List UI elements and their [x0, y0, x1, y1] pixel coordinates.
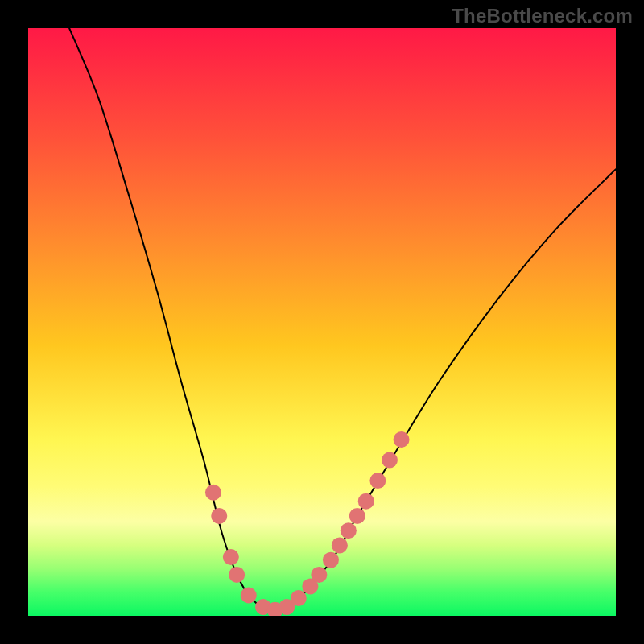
- data-marker: [349, 508, 365, 524]
- chart-plot-area: [28, 28, 616, 616]
- data-marker: [369, 473, 386, 489]
- data-marker: [394, 431, 410, 448]
- data-marker: [223, 549, 239, 565]
- data-marker: [205, 485, 221, 501]
- data-marker: [229, 567, 245, 583]
- data-marker: [358, 493, 374, 510]
- chart-svg: [28, 28, 616, 616]
- data-markers-group: [205, 431, 410, 616]
- data-marker: [241, 587, 257, 603]
- data-marker: [211, 508, 227, 524]
- data-marker: [291, 590, 307, 606]
- data-marker: [382, 452, 398, 469]
- data-marker: [341, 522, 357, 539]
- data-marker: [323, 552, 339, 568]
- data-marker: [332, 537, 348, 553]
- watermark-text: TheBottleneck.com: [452, 5, 633, 27]
- data-marker: [311, 567, 327, 583]
- bottleneck-curve: [69, 28, 616, 610]
